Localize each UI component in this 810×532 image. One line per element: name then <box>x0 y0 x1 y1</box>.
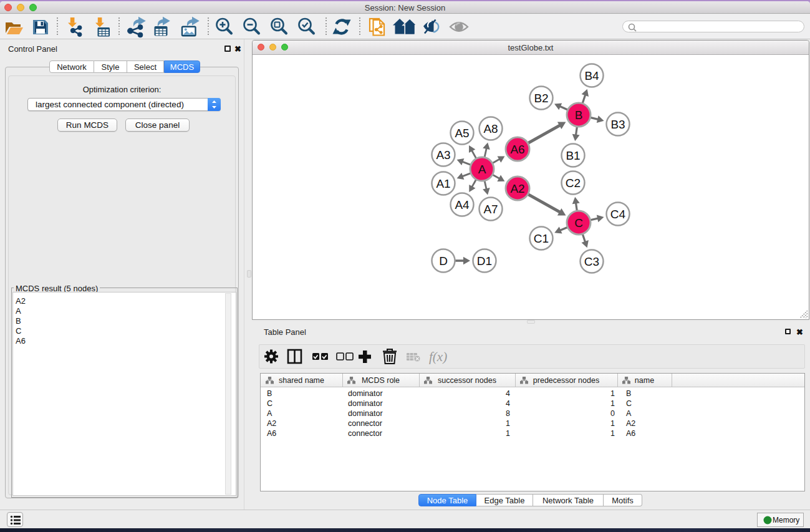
svg-text:A3: A3 <box>436 148 450 162</box>
svg-text:A8: A8 <box>483 122 498 135</box>
svg-text:A2: A2 <box>510 182 524 195</box>
svg-text:A6: A6 <box>510 143 524 156</box>
svg-text:A4: A4 <box>455 198 470 211</box>
svg-text:C: C <box>574 216 583 230</box>
svg-text:B2: B2 <box>534 92 548 105</box>
svg-text:C4: C4 <box>610 208 626 221</box>
svg-text:A7: A7 <box>483 203 498 216</box>
svg-text:B: B <box>575 109 583 122</box>
svg-text:A: A <box>478 163 486 176</box>
svg-text:B3: B3 <box>610 118 625 131</box>
svg-text:A1: A1 <box>436 177 450 190</box>
svg-text:C2: C2 <box>566 177 581 190</box>
svg-text:C3: C3 <box>584 255 599 268</box>
svg-text:D1: D1 <box>477 254 492 268</box>
svg-text:B1: B1 <box>566 149 580 162</box>
svg-text:f(x): f(x) <box>429 349 447 364</box>
svg-text:B4: B4 <box>584 69 599 82</box>
svg-text:A5: A5 <box>455 127 469 140</box>
svg-text:D: D <box>439 254 448 268</box>
svg-text:C1: C1 <box>534 232 549 245</box>
